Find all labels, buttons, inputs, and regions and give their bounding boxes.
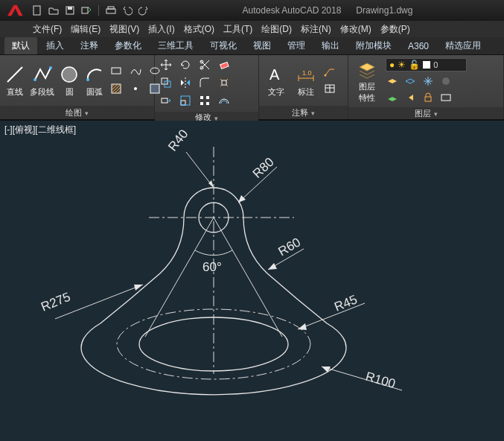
tab-addins[interactable]: 附加模块 bbox=[348, 37, 399, 54]
lock-icon: 🔓 bbox=[409, 60, 420, 70]
redo-icon[interactable] bbox=[138, 4, 150, 16]
layer-properties-button[interactable]: 图层 特性 bbox=[353, 59, 381, 104]
polyline-button[interactable]: 多段线 bbox=[30, 64, 54, 98]
table-icon[interactable] bbox=[323, 82, 336, 95]
hatch-icon[interactable] bbox=[109, 82, 123, 95]
svg-rect-0 bbox=[34, 6, 40, 15]
svg-rect-23 bbox=[181, 101, 185, 105]
menu-dimension[interactable]: 标注(N) bbox=[301, 23, 331, 36]
tab-manage[interactable]: 管理 bbox=[280, 37, 313, 54]
arc-button[interactable]: 圆弧 bbox=[84, 64, 105, 98]
point-icon[interactable] bbox=[129, 82, 142, 95]
menu-file[interactable]: 文件(F) bbox=[33, 23, 62, 36]
panel-annotate: A 文字 1.0 标注 注释 bbox=[259, 55, 348, 119]
array-icon[interactable] bbox=[198, 94, 211, 107]
menu-tools[interactable]: 工具(T) bbox=[223, 23, 252, 36]
new-icon[interactable] bbox=[31, 4, 43, 16]
svg-point-45 bbox=[139, 317, 288, 371]
rotate-icon[interactable] bbox=[179, 58, 192, 72]
circle-button[interactable]: 圆 bbox=[59, 64, 80, 98]
tab-insert[interactable]: 插入 bbox=[39, 37, 71, 54]
dim-r80: R80 bbox=[250, 155, 277, 181]
quick-access-toolbar bbox=[31, 4, 150, 16]
move-icon[interactable] bbox=[159, 58, 173, 72]
app-logo[interactable] bbox=[3, 2, 27, 19]
layer-iso-icon[interactable] bbox=[403, 74, 417, 88]
svg-rect-4 bbox=[106, 9, 115, 13]
open-icon[interactable] bbox=[48, 4, 60, 16]
erase-icon[interactable] bbox=[217, 58, 231, 72]
tab-featured[interactable]: 精选应用 bbox=[438, 37, 488, 54]
menu-format[interactable]: 格式(O) bbox=[184, 23, 214, 36]
menu-modify[interactable]: 修改(M) bbox=[340, 23, 371, 36]
svg-rect-2 bbox=[68, 7, 72, 10]
svg-text:1.0: 1.0 bbox=[302, 69, 312, 77]
tab-default[interactable]: 默认 bbox=[4, 37, 37, 54]
svg-rect-11 bbox=[112, 68, 121, 74]
fillet-icon[interactable] bbox=[198, 76, 211, 89]
menu-insert[interactable]: 插入(I) bbox=[148, 23, 174, 36]
dimension-button[interactable]: 1.0 标注 bbox=[293, 64, 319, 98]
panel-annotate-title: 注释 bbox=[292, 107, 308, 118]
text-button[interactable]: A 文字 bbox=[264, 64, 289, 98]
line-button[interactable]: 直线 bbox=[4, 64, 25, 98]
svg-rect-25 bbox=[200, 96, 203, 99]
file-title: Drawing1.dwg bbox=[356, 5, 412, 16]
layer-name-input[interactable] bbox=[433, 60, 463, 69]
svg-line-6 bbox=[7, 67, 22, 82]
layer-freeze-icon[interactable] bbox=[421, 74, 435, 88]
saveas-icon[interactable] bbox=[80, 4, 92, 16]
scale-icon[interactable] bbox=[179, 94, 192, 107]
panel-modify: 修改 bbox=[155, 55, 259, 119]
sun-icon: ☀ bbox=[398, 60, 406, 70]
layer-lock-icon[interactable] bbox=[421, 91, 435, 104]
menu-parametric[interactable]: 参数(P) bbox=[380, 23, 410, 36]
svg-rect-3 bbox=[82, 7, 88, 13]
line-icon bbox=[4, 64, 25, 85]
save-icon[interactable] bbox=[64, 4, 76, 16]
spline-icon[interactable] bbox=[129, 64, 142, 77]
svg-rect-39 bbox=[425, 97, 431, 101]
menu-view[interactable]: 视图(V) bbox=[109, 23, 139, 36]
svg-point-38 bbox=[442, 77, 450, 85]
stretch-icon[interactable] bbox=[159, 94, 173, 107]
dimension-icon: 1.0 bbox=[296, 64, 316, 85]
trim-icon[interactable] bbox=[198, 58, 211, 72]
offset-icon[interactable] bbox=[217, 94, 231, 107]
menu-draw[interactable]: 绘图(D) bbox=[261, 23, 292, 36]
plot-icon[interactable] bbox=[105, 4, 117, 16]
explode-icon[interactable] bbox=[217, 76, 231, 89]
svg-point-7 bbox=[34, 78, 36, 81]
layer-previous-icon[interactable] bbox=[403, 91, 417, 104]
tab-view[interactable]: 视图 bbox=[246, 37, 278, 54]
drawing-area[interactable]: [-][俯视][二维线框] bbox=[0, 121, 504, 441]
panel-layer-title: 图层 bbox=[415, 108, 431, 119]
tab-annotate[interactable]: 注释 bbox=[73, 37, 106, 54]
svg-rect-18 bbox=[220, 62, 229, 69]
arc-label: 圆弧 bbox=[86, 86, 103, 98]
svg-point-9 bbox=[62, 67, 77, 82]
rectangle-icon[interactable] bbox=[109, 64, 123, 77]
tab-3dtools[interactable]: 三维工具 bbox=[150, 37, 201, 54]
svg-rect-26 bbox=[206, 96, 209, 99]
mirror-icon[interactable] bbox=[179, 76, 192, 89]
undo-icon[interactable] bbox=[121, 4, 133, 16]
tab-parametric[interactable]: 参数化 bbox=[107, 37, 149, 54]
tab-visualize[interactable]: 可视化 bbox=[202, 37, 244, 54]
layer-off-icon[interactable] bbox=[439, 74, 453, 88]
dim-angle60: 60° bbox=[202, 260, 222, 274]
dim-r100: R100 bbox=[364, 369, 397, 391]
arc-icon bbox=[84, 64, 105, 85]
menu-edit[interactable]: 编辑(E) bbox=[71, 23, 101, 36]
layer-selector[interactable]: ● ☀ 🔓 bbox=[386, 58, 467, 72]
svg-rect-5 bbox=[108, 7, 114, 9]
tab-a360[interactable]: A360 bbox=[401, 39, 436, 54]
layer-make-current-icon[interactable] bbox=[386, 91, 399, 104]
layer-state-icon[interactable] bbox=[439, 91, 453, 104]
copy-icon[interactable] bbox=[159, 76, 173, 89]
leader-icon[interactable] bbox=[323, 66, 336, 79]
dimension-label: 标注 bbox=[298, 86, 314, 98]
app-title: Autodesk AutoCAD 2018 bbox=[243, 5, 342, 16]
tab-output[interactable]: 输出 bbox=[314, 37, 347, 54]
layer-match-icon[interactable] bbox=[386, 74, 399, 88]
